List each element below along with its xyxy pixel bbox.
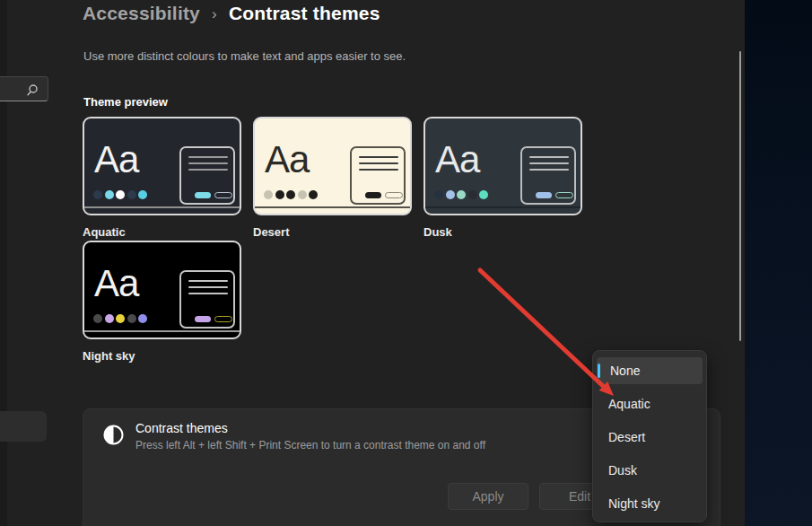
page-subtitle: Use more distinct colours to make text a… — [83, 49, 406, 63]
theme-card-dusk[interactable]: Aa — [423, 117, 582, 215]
theme-label-desert: Desert — [253, 225, 289, 239]
dropdown-item-aquatic[interactable]: Aquatic — [593, 387, 706, 420]
apply-button[interactable]: Apply — [448, 483, 528, 510]
theme-card-desert[interactable]: Aa — [253, 117, 412, 215]
theme-label-aquatic: Aquatic — [83, 225, 126, 239]
theme-label-night-sky: Night sky — [83, 349, 135, 363]
theme-sample-text: Aa — [94, 141, 138, 179]
selected-accent-bar — [598, 364, 600, 378]
sidebar-item-selected[interactable] — [0, 411, 47, 442]
contrast-row-description: Press left Alt + left Shift + Print Scre… — [135, 439, 485, 451]
breadcrumb: Accessibility › Contrast themes — [83, 3, 380, 24]
page-title: Contrast themes — [229, 3, 380, 24]
mini-window-graphic — [520, 146, 576, 205]
theme-sample-text: Aa — [435, 141, 479, 179]
mini-window-graphic — [179, 146, 235, 205]
settings-window: Accessibility › Contrast themes Use more… — [0, 0, 812, 526]
search-input[interactable] — [0, 76, 48, 101]
theme-color-dots — [93, 190, 147, 199]
contrast-theme-dropdown: None Aquatic Desert Dusk Night sky — [592, 350, 707, 522]
dropdown-item-none[interactable]: None — [597, 357, 703, 384]
mini-taskbar-graphic — [425, 206, 581, 208]
theme-label-dusk: Dusk — [423, 225, 452, 239]
desktop-background — [745, 0, 812, 526]
theme-card-aquatic[interactable]: Aa — [83, 117, 241, 215]
theme-sample-text: Aa — [94, 265, 138, 302]
theme-color-dots — [434, 190, 488, 199]
theme-card-night-sky[interactable]: Aa — [83, 241, 241, 339]
theme-sample-text: Aa — [265, 141, 309, 179]
mini-taskbar-graphic — [255, 206, 410, 208]
breadcrumb-separator-icon: › — [212, 5, 217, 23]
mini-window-graphic — [179, 270, 235, 329]
dropdown-item-desert[interactable]: Desert — [593, 420, 706, 453]
dropdown-item-label: None — [610, 364, 640, 378]
theme-color-dots — [264, 190, 318, 199]
contrast-half-circle-icon — [103, 425, 124, 445]
breadcrumb-parent[interactable]: Accessibility — [83, 3, 200, 24]
mini-taskbar-graphic — [84, 206, 240, 208]
dropdown-item-dusk[interactable]: Dusk — [593, 453, 706, 487]
vertical-scrollbar[interactable] — [739, 51, 741, 341]
mini-taskbar-graphic — [84, 330, 240, 332]
dropdown-item-night-sky[interactable]: Night sky — [593, 487, 706, 520]
mini-window-graphic — [350, 146, 406, 205]
theme-color-dots — [93, 314, 147, 323]
theme-preview-heading: Theme preview — [83, 95, 168, 109]
search-icon — [26, 83, 39, 96]
contrast-row-title: Contrast themes — [135, 421, 228, 435]
